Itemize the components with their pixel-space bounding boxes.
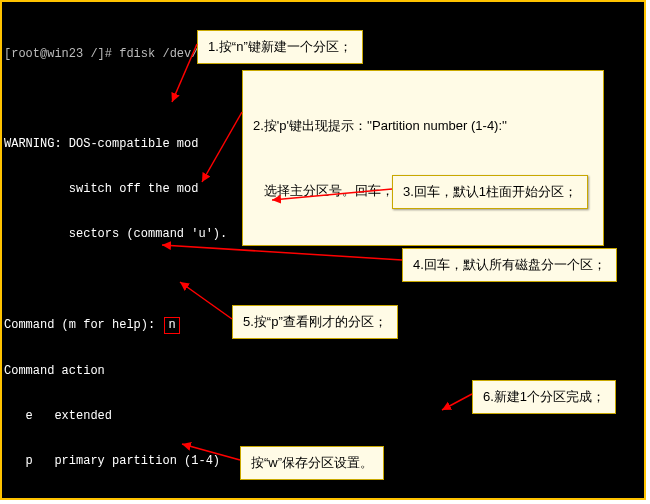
p-line: p [2, 499, 644, 500]
terminal-window: [root@win23 /]# fdisk /dev/vdb WARNING: … [0, 0, 646, 500]
callout-7: 按“w”保存分区设置。 [240, 446, 384, 480]
warn1a: WARNING: DOS-compatible mod [4, 137, 198, 151]
callout-3: 3.回车，默认1柱面开始分区； [392, 175, 588, 209]
callout-2a: 2.按'p'键出现提示：''Partition number (1-4):'' [253, 116, 593, 136]
callout-4: 4.回车，默认所有磁盘分一个区； [402, 248, 617, 282]
callout-1: 1.按“n”键新建一个分区； [197, 30, 363, 64]
callout-2: 2.按'p'键出现提示：''Partition number (1-4):'' … [242, 70, 604, 246]
svg-line-4 [180, 282, 232, 319]
cmd1-label: Command (m for help): [4, 318, 162, 332]
cmd1-input[interactable]: n [164, 317, 179, 334]
svg-line-3 [162, 245, 402, 260]
warn2a: switch off the mod [4, 182, 198, 196]
cmd-action: Command action [2, 364, 644, 379]
callout-5: 5.按“p”查看刚才的分区； [232, 305, 398, 339]
callout-6: 6.新建1个分区完成； [472, 380, 616, 414]
svg-line-5 [442, 394, 472, 410]
